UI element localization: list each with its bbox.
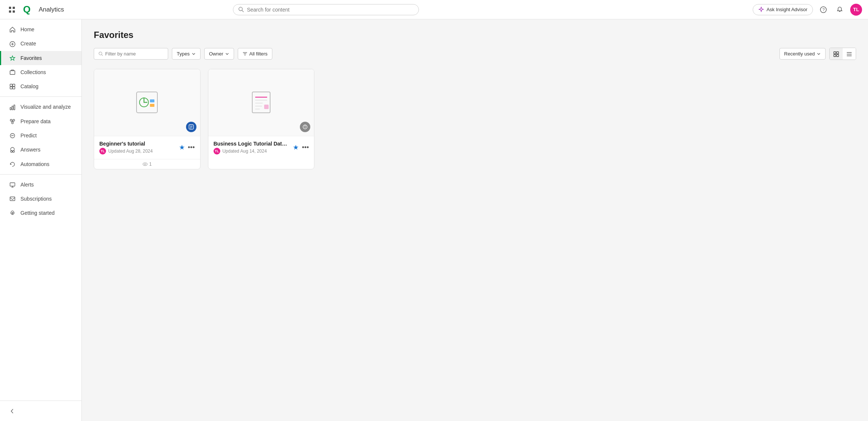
card-meta-2: TL Updated Aug 14, 2024 xyxy=(214,148,290,154)
sidebar-item-favorites[interactable]: Favorites xyxy=(0,51,81,65)
svg-rect-58 xyxy=(252,92,270,113)
sidebar-collapse xyxy=(0,401,81,421)
types-filter-button[interactable]: Types xyxy=(172,48,201,60)
page-title: Favorites xyxy=(94,30,856,40)
star-icon xyxy=(9,55,16,61)
card-more-button-2[interactable]: ••• xyxy=(302,144,309,151)
svg-point-21 xyxy=(10,119,12,121)
sidebar-tools-section: Alerts Subscriptions Getting started xyxy=(0,174,81,223)
svg-rect-43 xyxy=(834,54,836,57)
card-updated-2: Updated Aug 14, 2024 xyxy=(222,149,267,154)
cards-grid: Beginner's tutorial TL Updated Aug 28, 2… xyxy=(94,69,429,169)
list-view-button[interactable] xyxy=(843,48,856,60)
sidebar-item-automations[interactable]: Automations xyxy=(0,157,81,171)
help-button[interactable]: ? xyxy=(817,4,829,16)
card-avatar-2: TL xyxy=(214,148,220,154)
notifications-button[interactable] xyxy=(834,4,846,16)
grid-view-button[interactable] xyxy=(830,48,843,60)
card-updated-1: Updated Aug 28, 2024 xyxy=(108,149,153,154)
svg-rect-31 xyxy=(10,183,15,186)
sort-dropdown[interactable]: Recently used xyxy=(779,48,826,60)
rocket-icon xyxy=(9,210,16,216)
card-info-2: Business Logic Tutorial Data Prep TL Upd… xyxy=(208,136,314,159)
svg-point-23 xyxy=(12,122,13,124)
collections-icon xyxy=(9,69,16,76)
svg-rect-51 xyxy=(150,104,154,107)
main-area: Home Create Favorites xyxy=(0,19,868,421)
subscriptions-icon xyxy=(9,195,16,202)
sidebar-item-automations-label: Automations xyxy=(20,161,49,167)
sidebar-item-collections[interactable]: Collections xyxy=(0,65,81,79)
views-icon-1 xyxy=(142,162,148,167)
collapse-button[interactable] xyxy=(0,404,81,418)
card-star-button-2[interactable]: ★ xyxy=(293,143,299,152)
app-badge-icon xyxy=(189,124,194,130)
card-text-1: Beginner's tutorial TL Updated Aug 28, 2… xyxy=(99,141,176,154)
sidebar-item-prepare-label: Prepare data xyxy=(20,118,51,124)
filter-search-icon xyxy=(99,51,103,56)
owner-filter-label: Owner xyxy=(209,51,223,57)
card-title-1: Beginner's tutorial xyxy=(99,141,176,147)
card-star-button-1[interactable]: ★ xyxy=(179,143,185,152)
sidebar-analytics-section: Visualize and analyze Prepare data Predi… xyxy=(0,96,81,174)
sidebar-item-catalog[interactable]: Catalog xyxy=(0,79,81,93)
sidebar-item-answers[interactable]: Answers xyxy=(0,143,81,157)
sidebar-item-subscriptions-label: Subscriptions xyxy=(20,196,52,202)
avatar[interactable]: TL xyxy=(850,4,862,16)
card-type-badge-2 xyxy=(300,122,310,132)
card-info-1: Beginner's tutorial TL Updated Aug 28, 2… xyxy=(94,136,200,159)
sort-chevron-icon xyxy=(817,52,821,56)
data-preview-icon xyxy=(248,89,275,116)
visualize-icon xyxy=(9,103,16,110)
app-shell: Q Analytics Ask Insight Advisor xyxy=(0,0,868,421)
sidebar-item-predict-label: Predict xyxy=(20,133,37,138)
card-meta-1: TL Updated Aug 28, 2024 xyxy=(99,148,176,154)
apps-grid-icon[interactable] xyxy=(6,4,18,16)
svg-rect-42 xyxy=(837,52,839,54)
card-type-badge-1 xyxy=(186,122,196,132)
search-icon xyxy=(238,7,244,12)
svg-rect-1 xyxy=(13,7,15,9)
sidebar-item-create[interactable]: Create xyxy=(0,36,81,51)
sidebar-item-answers-label: Answers xyxy=(20,147,41,153)
sidebar-item-alerts[interactable]: Alerts xyxy=(0,178,81,192)
sidebar-item-visualize[interactable]: Visualize and analyze xyxy=(0,100,81,114)
filter-by-name[interactable] xyxy=(94,48,168,60)
sidebar-item-prepare[interactable]: Prepare data xyxy=(0,114,81,128)
automations-icon xyxy=(9,160,16,167)
owner-filter-button[interactable]: Owner xyxy=(204,48,234,60)
card-text-2: Business Logic Tutorial Data Prep TL Upd… xyxy=(214,141,290,154)
data-badge-icon xyxy=(302,124,308,130)
sidebar-item-getting-started-label: Getting started xyxy=(20,210,55,216)
types-chevron-icon xyxy=(192,52,196,56)
card-beginner-tutorial[interactable]: Beginner's tutorial TL Updated Aug 28, 2… xyxy=(94,69,201,169)
sidebar-item-subscriptions[interactable]: Subscriptions xyxy=(0,192,81,206)
filter-name-input[interactable] xyxy=(105,51,163,57)
all-filters-label: All filters xyxy=(249,51,268,57)
sidebar-item-favorites-label: Favorites xyxy=(20,55,42,61)
sidebar-top-section: Home Create Favorites xyxy=(0,19,81,96)
sidebar-item-predict[interactable]: Predict xyxy=(0,128,81,143)
all-filters-icon xyxy=(243,51,247,56)
all-filters-button[interactable]: All filters xyxy=(238,48,272,60)
collapse-icon xyxy=(9,408,16,414)
search-bar[interactable] xyxy=(233,4,419,15)
create-icon xyxy=(9,40,16,47)
top-bar: Q Analytics Ask Insight Advisor xyxy=(0,0,868,19)
card-business-logic[interactable]: Business Logic Tutorial Data Prep TL Upd… xyxy=(208,69,315,169)
svg-text:Q: Q xyxy=(23,4,31,15)
search-input[interactable] xyxy=(247,7,414,13)
svg-rect-14 xyxy=(10,84,12,86)
sidebar-item-getting-started[interactable]: Getting started xyxy=(0,206,81,220)
svg-point-56 xyxy=(143,163,147,166)
svg-rect-34 xyxy=(10,197,15,201)
svg-rect-20 xyxy=(14,105,15,110)
sidebar-item-home-label: Home xyxy=(20,26,34,32)
insight-advisor-button[interactable]: Ask Insight Advisor xyxy=(753,4,813,15)
svg-rect-50 xyxy=(150,99,154,102)
card-more-button-1[interactable]: ••• xyxy=(188,144,195,151)
app-name: Analytics xyxy=(39,6,64,13)
svg-point-57 xyxy=(144,163,146,165)
sidebar-item-visualize-label: Visualize and analyze xyxy=(20,104,71,110)
sidebar-item-home[interactable]: Home xyxy=(0,22,81,36)
